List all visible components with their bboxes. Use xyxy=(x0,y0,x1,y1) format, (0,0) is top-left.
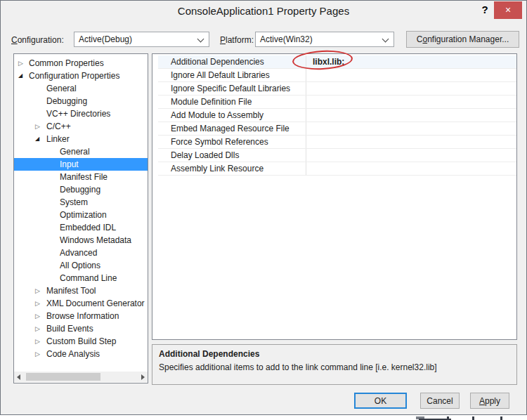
property-value[interactable] xyxy=(306,96,516,108)
tree-item-general[interactable]: General xyxy=(14,145,148,158)
cancel-button[interactable]: Cancel xyxy=(420,393,460,409)
background-window-fragment xyxy=(500,416,502,420)
property-name[interactable]: Ignore All Default Libraries xyxy=(158,69,306,81)
tree-item-label: C/C++ xyxy=(46,120,71,133)
configuration-label: Configuration: xyxy=(11,35,64,45)
tree-item-label: Input xyxy=(60,158,79,171)
tree-item-label: Manifest File xyxy=(60,171,108,183)
scroll-right-arrow-icon[interactable] xyxy=(137,372,148,382)
tree-item-advanced[interactable]: Advanced xyxy=(14,247,148,259)
configuration-dropdown[interactable]: Active(Debug) xyxy=(74,32,209,47)
property-value[interactable] xyxy=(306,122,516,135)
property-value[interactable] xyxy=(306,162,516,175)
tree-item-common-properties[interactable]: ▷Common Properties xyxy=(14,57,148,70)
tree-item-vc-directories[interactable]: VC++ Directories xyxy=(14,107,148,120)
window-title: ConsoleApplication1 Property Pages xyxy=(1,5,526,17)
tree-item-optimization[interactable]: Optimization xyxy=(14,209,148,221)
tree-item-custom-build-step[interactable]: ▷Custom Build Step xyxy=(14,335,148,348)
tree-item-label: Advanced xyxy=(60,247,97,259)
scroll-left-arrow-icon[interactable] xyxy=(14,372,25,382)
tree-item-label: Debugging xyxy=(46,95,87,107)
tree-item-debugging[interactable]: Debugging xyxy=(14,95,148,107)
property-name[interactable]: Module Definition File xyxy=(158,96,306,108)
property-value[interactable]: libxl.lib; xyxy=(306,55,516,68)
chevron-down-icon xyxy=(197,36,204,43)
tree-item-debugging[interactable]: Debugging xyxy=(14,183,148,196)
tree-item-c-c[interactable]: ▷C/C++ xyxy=(14,120,148,133)
property-name[interactable]: Additional Dependencies xyxy=(158,55,306,68)
grid-row-additional-dependencies[interactable]: Additional Dependencieslibxl.lib; xyxy=(158,55,516,69)
collapsed-arrow-icon[interactable]: ▷ xyxy=(35,348,40,360)
grid-row-delay-loaded-dlls[interactable]: Delay Loaded Dlls xyxy=(158,149,516,162)
collapsed-arrow-icon[interactable]: ▷ xyxy=(35,297,40,310)
background-window-strip xyxy=(0,415,527,420)
ok-button[interactable]: OK xyxy=(354,393,407,409)
tree-item-manifest-file[interactable]: Manifest File xyxy=(14,171,148,183)
collapsed-arrow-icon[interactable]: ▷ xyxy=(35,284,40,297)
grid-row-assembly-link-resource[interactable]: Assembly Link Resource xyxy=(158,162,516,176)
grid-row-ignore-specific-default-libraries[interactable]: Ignore Specific Default Libraries xyxy=(158,82,516,96)
help-button[interactable]: ? xyxy=(479,4,490,16)
tree-item-label: System xyxy=(60,196,88,209)
tree-item-linker[interactable]: ◢Linker xyxy=(14,133,148,145)
tree-item-label: Browse Information xyxy=(46,310,119,322)
expanded-arrow-icon[interactable]: ◢ xyxy=(18,70,22,82)
tree-item-embedded-idl[interactable]: Embedded IDL xyxy=(14,221,148,234)
tree-item-browse-information[interactable]: ▷Browse Information xyxy=(14,310,148,322)
tree-hscrollbar[interactable] xyxy=(14,372,148,382)
property-value[interactable] xyxy=(306,82,516,95)
property-value[interactable] xyxy=(306,109,516,122)
collapsed-arrow-icon[interactable]: ▷ xyxy=(35,322,40,335)
property-name[interactable]: Delay Loaded Dlls xyxy=(158,149,306,162)
collapsed-arrow-icon[interactable]: ▷ xyxy=(18,57,23,70)
property-name[interactable]: Ignore Specific Default Libraries xyxy=(158,82,306,95)
collapsed-arrow-icon[interactable]: ▷ xyxy=(35,120,40,133)
scrollbar-thumb[interactable] xyxy=(26,373,100,381)
property-name[interactable]: Force Symbol References xyxy=(158,136,306,148)
tree-item-configuration-properties[interactable]: ◢Configuration Properties xyxy=(14,70,148,82)
grid-row-force-symbol-references[interactable]: Force Symbol References xyxy=(158,136,516,149)
tree-item-manifest-tool[interactable]: ▷Manifest Tool xyxy=(14,284,148,297)
background-window-fragment xyxy=(472,416,474,420)
grid-row-ignore-all-default-libraries[interactable]: Ignore All Default Libraries xyxy=(158,69,516,82)
property-pages-dialog: ConsoleApplication1 Property Pages ? × C… xyxy=(0,0,527,415)
tree-item-input[interactable]: Input xyxy=(14,158,148,171)
tree-item-label: Command Line xyxy=(60,272,117,284)
tree-item-label: General xyxy=(60,145,90,158)
tree-item-label: All Options xyxy=(60,259,100,272)
tree-item-label: Optimization xyxy=(60,209,107,221)
tree-item-windows-metadata[interactable]: Windows Metadata xyxy=(14,234,148,247)
property-name[interactable]: Add Module to Assembly xyxy=(158,109,306,122)
property-name[interactable]: Embed Managed Resource File xyxy=(158,122,306,135)
property-value[interactable] xyxy=(306,149,516,162)
collapsed-arrow-icon[interactable]: ▷ xyxy=(35,310,40,322)
tree-item-code-analysis[interactable]: ▷Code Analysis xyxy=(14,348,148,360)
property-value[interactable] xyxy=(306,136,516,148)
platform-dropdown[interactable]: Active(Win32) xyxy=(255,32,394,47)
collapsed-arrow-icon[interactable]: ▷ xyxy=(35,335,40,348)
tree-item-command-line[interactable]: Command Line xyxy=(14,272,148,284)
close-button[interactable]: × xyxy=(494,1,522,19)
category-tree: ▷Common Properties◢Configuration Propert… xyxy=(13,53,148,383)
grid-row-module-definition-file[interactable]: Module Definition File xyxy=(158,96,516,109)
tree-item-label: Debugging xyxy=(60,183,100,196)
grid-row-embed-managed-resource-file[interactable]: Embed Managed Resource File xyxy=(158,122,516,136)
tree-item-xml-document-generator[interactable]: ▷XML Document Generator xyxy=(14,297,148,310)
configuration-manager-button[interactable]: Configuration Manager... xyxy=(406,31,519,48)
tree-item-system[interactable]: System xyxy=(14,196,148,209)
tree-item-label: Code Analysis xyxy=(46,348,100,360)
expanded-arrow-icon[interactable]: ◢ xyxy=(35,133,39,145)
tree-item-label: XML Document Generator xyxy=(46,297,145,310)
property-value[interactable] xyxy=(306,69,516,81)
tree-item-build-events[interactable]: ▷Build Events xyxy=(14,322,148,335)
description-title: Additional Dependencies xyxy=(159,349,510,359)
description-text: Specifies additional items to add to the… xyxy=(159,362,510,372)
property-name[interactable]: Assembly Link Resource xyxy=(158,162,306,175)
apply-button[interactable]: Apply xyxy=(470,393,509,409)
tree-item-label: Common Properties xyxy=(29,57,104,70)
title-bar[interactable]: ConsoleApplication1 Property Pages ? × xyxy=(1,1,526,20)
tree-item-label: Configuration Properties xyxy=(29,70,119,82)
grid-row-add-module-to-assembly[interactable]: Add Module to Assembly xyxy=(158,109,516,122)
tree-item-general[interactable]: General xyxy=(14,82,148,95)
tree-item-all-options[interactable]: All Options xyxy=(14,259,148,272)
